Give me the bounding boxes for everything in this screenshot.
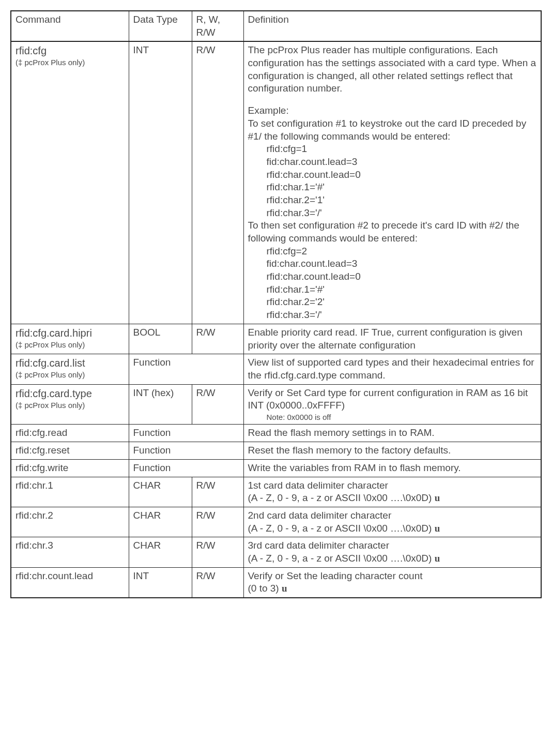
- table-row: rfid:cfg (‡ pcProx Plus only) INT R/W Th…: [11, 41, 541, 324]
- def-code-line: rfid:char.3='/': [267, 207, 537, 220]
- def-example-label: Example:: [248, 104, 537, 117]
- def-line: (A - Z, 0 - 9, a - z or ASCII \0x00 ….\0…: [248, 522, 537, 535]
- cell-definition: Reset the flash memory to the factory de…: [243, 442, 541, 460]
- cell-datatype-merged: Function: [129, 459, 243, 477]
- table-row: rfid:chr.1 CHAR R/W 1st card data delimi…: [11, 477, 541, 507]
- cell-datatype: BOOL: [129, 324, 192, 354]
- def-code-line: rfid:cfg=2: [267, 245, 537, 258]
- def-code-line: rfid:char.1='#': [267, 283, 537, 296]
- header-rw: R, W, R/W: [192, 11, 243, 41]
- table-row: rfid:cfg.card.hipri (‡ pcProx Plus only)…: [11, 324, 541, 354]
- cell-rw: R/W: [192, 477, 243, 507]
- u-mark: u: [435, 553, 440, 564]
- def-code-line: rfid:char.count.lead=0: [267, 270, 537, 283]
- cell-command: rfid:chr.2: [11, 507, 129, 537]
- cell-rw: R/W: [192, 507, 243, 537]
- cell-definition: Verify or Set Card type for current conf…: [243, 384, 541, 425]
- cell-datatype: CHAR: [129, 537, 192, 567]
- cell-datatype-merged: Function: [129, 442, 243, 460]
- def-para: To then set configuration #2 to precede …: [248, 219, 537, 245]
- command-sub: (‡ pcProx Plus only): [16, 400, 125, 411]
- command-sub: (‡ pcProx Plus only): [16, 340, 125, 350]
- cell-definition: 2nd card data delimiter character (A - Z…: [243, 507, 541, 537]
- u-mark: u: [282, 583, 287, 594]
- table-row: rfid:cfg.card.list (‡ pcProx Plus only) …: [11, 354, 541, 384]
- def-code-line: rfid:char.2='1': [267, 194, 537, 207]
- cell-rw: R/W: [192, 537, 243, 567]
- cell-datatype: CHAR: [129, 477, 192, 507]
- cell-command: rfid:chr.count.lead: [11, 567, 129, 598]
- def-code-block: rfid:cfg=2 fid:char.count.lead=3 rfid:ch…: [248, 245, 537, 322]
- command-name: rfid:cfg.card.list: [16, 356, 125, 370]
- def-code-line: rfid:char.count.lead=0: [267, 169, 537, 182]
- cell-command: rfid:chr.3: [11, 537, 129, 567]
- def-line: 2nd card data delimiter character: [248, 509, 537, 522]
- cell-command: rfid:cfg.read: [11, 425, 129, 442]
- table-row: rfid:cfg.write Function Write the variab…: [11, 459, 541, 477]
- def-code-line: rfid:char.2='2': [267, 296, 537, 309]
- table-row: rfid:cfg.reset Function Reset the flash …: [11, 442, 541, 460]
- cell-definition: The pcProx Plus reader has multiple conf…: [243, 41, 541, 324]
- table-body: rfid:cfg (‡ pcProx Plus only) INT R/W Th…: [11, 41, 541, 598]
- cell-datatype: INT: [129, 567, 192, 598]
- def-line: 1st card data delimiter character: [248, 479, 537, 492]
- cell-command: rfid:cfg.card.type (‡ pcProx Plus only): [11, 384, 129, 425]
- def-code-line: fid:char.count.lead=3: [267, 258, 537, 270]
- def-code-line: rfid:char.3='/': [267, 309, 537, 322]
- table-row: rfid:cfg.read Function Read the flash me…: [11, 425, 541, 442]
- command-name: rfid:cfg: [16, 44, 125, 57]
- cell-rw: R/W: [192, 324, 243, 354]
- cell-rw: R/W: [192, 384, 243, 425]
- def-para: The pcProx Plus reader has multiple conf…: [248, 44, 537, 95]
- command-table: Command Data Type R, W, R/W Definition r…: [10, 10, 542, 598]
- cell-definition: Read the flash memory settings in to RAM…: [243, 425, 541, 442]
- def-note: Note: 0x0000 is off: [248, 412, 537, 422]
- def-para: To set configuration #1 to keystroke out…: [248, 117, 537, 143]
- cell-command: rfid:cfg (‡ pcProx Plus only): [11, 41, 129, 324]
- cell-rw: R/W: [192, 567, 243, 598]
- cell-definition: 1st card data delimiter character (A - Z…: [243, 477, 541, 507]
- cell-rw: R/W: [192, 41, 243, 324]
- def-line: (A - Z, 0 - 9, a - z or ASCII \0x00 ….\0…: [248, 492, 537, 505]
- def-line: Verify or Set Card type for current conf…: [248, 387, 537, 412]
- command-sub: (‡ pcProx Plus only): [16, 370, 125, 380]
- cell-command: rfid:chr.1: [11, 477, 129, 507]
- def-code-line: fid:char.count.lead=3: [267, 156, 537, 169]
- def-code-block: rfid:cfg=1 fid:char.count.lead=3 rfid:ch…: [248, 143, 537, 219]
- u-mark: u: [435, 523, 440, 534]
- cell-command: rfid:cfg.card.hipri (‡ pcProx Plus only): [11, 324, 129, 354]
- def-code-line: rfid:char.1='#': [267, 181, 537, 194]
- command-name: rfid:cfg.card.hipri: [16, 326, 125, 340]
- table-row: rfid:chr.count.lead INT R/W Verify or Se…: [11, 567, 541, 598]
- cell-command: rfid:cfg.card.list (‡ pcProx Plus only): [11, 354, 129, 384]
- cell-datatype-merged: Function: [129, 354, 243, 384]
- cell-definition: 3rd card data delimiter character (A - Z…: [243, 537, 541, 567]
- table-row: rfid:chr.2 CHAR R/W 2nd card data delimi…: [11, 507, 541, 537]
- table-row: rfid:chr.3 CHAR R/W 3rd card data delimi…: [11, 537, 541, 567]
- command-sub: (‡ pcProx Plus only): [16, 57, 125, 68]
- cell-definition: Write the variables from RAM in to flash…: [243, 459, 541, 477]
- def-line: 3rd card data delimiter character: [248, 539, 537, 552]
- cell-definition: View list of supported card types and th…: [243, 354, 541, 384]
- u-mark: u: [435, 492, 440, 503]
- header-datatype: Data Type: [129, 11, 192, 41]
- cell-datatype: CHAR: [129, 507, 192, 537]
- def-code-line: rfid:cfg=1: [267, 143, 537, 156]
- command-name: rfid:cfg.card.type: [16, 387, 125, 400]
- def-line: (0 to 3) u: [248, 582, 537, 595]
- table-header-row: Command Data Type R, W, R/W Definition: [11, 11, 541, 41]
- cell-datatype: INT (hex): [129, 384, 192, 425]
- cell-definition: Enable priority card read. IF True, curr…: [243, 324, 541, 354]
- def-line: Verify or Set the leading character coun…: [248, 570, 537, 583]
- table-row: rfid:cfg.card.type (‡ pcProx Plus only) …: [11, 384, 541, 425]
- cell-command: rfid:cfg.reset: [11, 442, 129, 460]
- def-line: (A - Z, 0 - 9, a - z or ASCII \0x00 ….\0…: [248, 552, 537, 565]
- header-definition: Definition: [243, 11, 541, 41]
- cell-datatype-merged: Function: [129, 425, 243, 442]
- cell-command: rfid:cfg.write: [11, 459, 129, 477]
- cell-definition: Verify or Set the leading character coun…: [243, 567, 541, 598]
- header-command: Command: [11, 11, 129, 41]
- cell-datatype: INT: [129, 41, 192, 324]
